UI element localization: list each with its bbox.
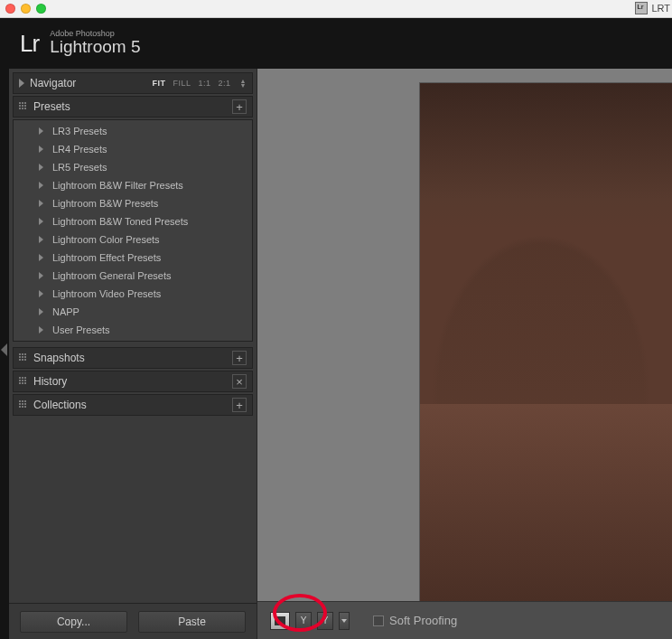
preset-label: Lightroom B&W Presets <box>52 198 158 209</box>
chevron-left-icon <box>0 343 7 356</box>
before-after-tb-button[interactable]: Y <box>317 612 333 630</box>
presets-list: LR3 Presets LR4 Presets LR5 Presets Ligh… <box>13 119 253 342</box>
preset-label: Lightroom B&W Toned Presets <box>52 216 188 227</box>
chevron-right-icon <box>39 218 43 225</box>
rectangle-icon <box>275 616 285 625</box>
app-header: Lr Adobe Photoshop Lightroom 5 <box>0 18 672 69</box>
navigator-title: Navigator <box>30 77 153 89</box>
brand-line-2: Lightroom 5 <box>50 38 140 57</box>
window-titlebar: LRT <box>0 0 672 18</box>
chevron-right-icon <box>39 236 43 243</box>
preset-folder[interactable]: Lightroom Effect Presets <box>14 249 252 267</box>
loupe-view-button[interactable] <box>270 612 290 630</box>
zoom-window-button[interactable] <box>36 4 46 14</box>
zoom-2to1[interactable]: 2:1 <box>219 79 231 88</box>
preset-folder[interactable]: NAPP <box>14 303 252 321</box>
preset-label: LR4 Presets <box>52 144 107 155</box>
preset-label: Lightroom Color Presets <box>52 234 160 245</box>
chevron-right-icon <box>39 164 43 171</box>
preset-folder[interactable]: Lightroom B&W Toned Presets <box>14 212 252 230</box>
chevron-right-icon <box>39 272 43 279</box>
clear-history-button[interactable]: × <box>232 374 247 389</box>
chevron-right-icon <box>39 200 43 207</box>
grip-icon <box>19 102 28 111</box>
chevron-right-icon <box>39 127 43 135</box>
zoom-fit[interactable]: FIT <box>153 79 166 88</box>
preset-folder[interactable]: Lightroom B&W Presets <box>14 194 252 212</box>
preset-label: User Presets <box>52 324 110 335</box>
chevron-right-icon <box>39 146 43 153</box>
presets-title: Presets <box>33 100 232 113</box>
left-panel-collapse-gutter[interactable] <box>0 18 9 639</box>
checkbox-icon <box>373 616 384 626</box>
chevron-right-icon <box>39 326 43 334</box>
grip-icon <box>19 377 28 386</box>
preset-folder[interactable]: Lightroom B&W Filter Presets <box>14 176 252 194</box>
navigator-zoom-controls: FIT FILL 1:1 2:1 ▲▼ <box>153 79 247 88</box>
preset-folder[interactable]: Lightroom Color Presets <box>14 230 252 249</box>
chevron-down-icon <box>341 619 347 623</box>
add-collection-button[interactable]: + <box>232 398 247 412</box>
titlebar-app-label: LRT <box>651 3 670 14</box>
close-window-button[interactable] <box>5 4 15 14</box>
preset-label: LR3 Presets <box>52 126 107 136</box>
before-after-menu-button[interactable] <box>339 612 350 630</box>
add-preset-button[interactable]: + <box>232 99 247 114</box>
grip-icon <box>19 353 28 362</box>
chevron-right-icon <box>39 290 43 297</box>
preset-label: LR5 Presets <box>52 162 107 173</box>
soft-proofing-toggle[interactable]: Soft Proofing <box>373 614 457 627</box>
navigator-panel-header[interactable]: Navigator FIT FILL 1:1 2:1 ▲▼ <box>13 72 253 94</box>
chevron-right-icon <box>39 254 43 261</box>
before-after-lr-button[interactable]: Y <box>295 612 312 630</box>
preset-label: Lightroom Video Presets <box>52 288 161 299</box>
copy-paste-bar: Copy... Paste <box>9 603 257 639</box>
app-frame: Lr Adobe Photoshop Lightroom 5 Navigator… <box>0 18 672 639</box>
chevron-right-icon <box>39 308 43 315</box>
collections-panel-header[interactable]: Collections + <box>13 394 253 416</box>
preset-label: Lightroom General Presets <box>52 270 171 281</box>
snapshots-title: Snapshots <box>33 352 232 364</box>
main-canvas-area: Y Y Soft Proofing <box>257 69 672 639</box>
chevron-right-icon <box>19 79 24 88</box>
svg-marker-0 <box>1 343 7 356</box>
grip-icon <box>19 400 28 409</box>
preset-label: Lightroom B&W Filter Presets <box>52 180 183 191</box>
photo-preview <box>420 83 672 601</box>
left-panel-column: Navigator FIT FILL 1:1 2:1 ▲▼ Presets + <box>9 69 257 639</box>
logo-text: Lr <box>20 30 39 58</box>
chevron-right-icon <box>39 182 43 189</box>
svg-rect-1 <box>275 616 285 625</box>
develop-toolbar: Y Y Soft Proofing <box>257 601 672 639</box>
svg-marker-2 <box>341 619 347 623</box>
zoom-stepper[interactable]: ▲▼ <box>240 79 247 88</box>
history-panel-header[interactable]: History × <box>13 371 253 392</box>
titlebar-app-menu[interactable]: LRT <box>635 2 670 14</box>
add-snapshot-button[interactable]: + <box>232 351 247 365</box>
snapshots-panel-header[interactable]: Snapshots + <box>13 347 253 369</box>
presets-panel-header[interactable]: Presets + <box>13 96 253 117</box>
preset-folder[interactable]: LR3 Presets <box>14 122 252 140</box>
minimize-window-button[interactable] <box>21 4 31 14</box>
preset-label: NAPP <box>52 306 79 317</box>
preset-folder[interactable]: Lightroom Video Presets <box>14 285 252 303</box>
traffic-lights <box>5 4 46 14</box>
collections-title: Collections <box>33 399 232 411</box>
copy-settings-button[interactable]: Copy... <box>20 611 127 633</box>
preset-label: Lightroom Effect Presets <box>52 252 161 263</box>
lrt-icon <box>635 2 648 14</box>
paste-settings-button[interactable]: Paste <box>138 611 246 633</box>
preset-folder[interactable]: LR4 Presets <box>14 140 252 158</box>
zoom-1to1[interactable]: 1:1 <box>199 79 211 88</box>
preset-folder[interactable]: User Presets <box>14 321 252 339</box>
photo-canvas[interactable] <box>420 83 672 601</box>
soft-proofing-label: Soft Proofing <box>389 614 457 627</box>
zoom-fill[interactable]: FILL <box>173 79 191 88</box>
preset-folder[interactable]: LR5 Presets <box>14 158 252 176</box>
preset-folder[interactable]: Lightroom General Presets <box>14 267 252 285</box>
history-title: History <box>33 375 232 388</box>
